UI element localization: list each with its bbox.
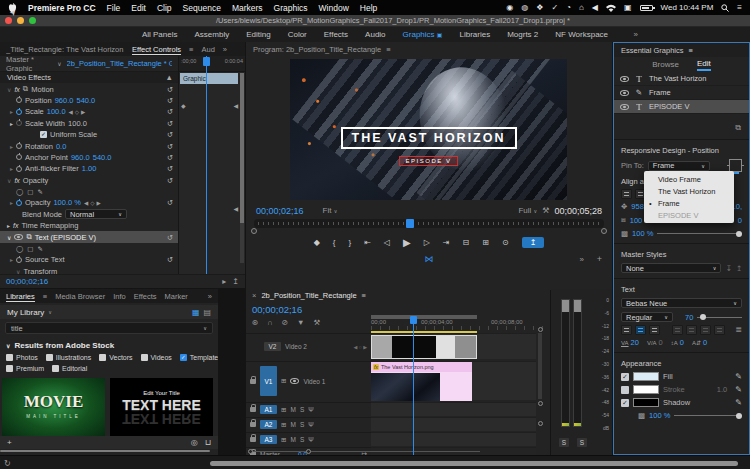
- workspace-overflow-icon[interactable]: »: [634, 30, 638, 39]
- program-playhead-handle[interactable]: [406, 219, 414, 228]
- linked-selection-icon[interactable]: ⊘: [282, 318, 288, 327]
- stopwatch-icon[interactable]: [16, 109, 22, 115]
- menu-clip[interactable]: Clip: [157, 3, 172, 13]
- reset-icon[interactable]: ↺: [167, 198, 173, 207]
- menu-file[interactable]: File: [107, 3, 121, 13]
- menu-markers[interactable]: Markers: [232, 3, 263, 13]
- chevron-down-icon[interactable]: ∨: [57, 60, 61, 67]
- list-view-icon[interactable]: ▤: [203, 308, 211, 317]
- playback-resolution-dropdown[interactable]: Full ∨: [518, 206, 537, 215]
- menu-clock[interactable]: Wed 10:44 PM: [661, 3, 714, 12]
- go-to-in-button[interactable]: ⇤: [364, 238, 371, 247]
- comparison-view-icon[interactable]: ⋈: [425, 254, 434, 264]
- export-frame-button[interactable]: ⊙: [502, 238, 509, 247]
- workspace-tab-audio[interactable]: Audio: [365, 30, 385, 39]
- tab-browse[interactable]: Browse: [652, 60, 679, 69]
- stock-template-texthere-thumbnail[interactable]: Edit Your Title TEXT HERE TEXT HERE: [110, 378, 213, 438]
- reset-icon[interactable]: ↺: [167, 164, 173, 173]
- reset-icon[interactable]: ↺: [167, 142, 173, 151]
- keyframe-nav[interactable]: ◀◇▶: [84, 200, 101, 206]
- step-back-button[interactable]: ◁: [384, 238, 390, 247]
- libraries-tab[interactable]: Libraries: [6, 291, 35, 302]
- status-volume-icon[interactable]: ◀: [592, 3, 598, 12]
- stock-template-movie-thumbnail[interactable]: MOVIE MAIN TITLE: [2, 378, 105, 438]
- solo-button[interactable]: S: [300, 406, 304, 413]
- mini-timeline-scrollbar[interactable]: [240, 73, 244, 263]
- track-v1-chip[interactable]: V1: [260, 366, 277, 396]
- button-editor-plus-icon[interactable]: +: [597, 254, 602, 264]
- keyframe-nav[interactable]: ◀◇▶: [69, 109, 86, 115]
- stroke-color-swatch[interactable]: [633, 385, 659, 394]
- status-app-icon-1[interactable]: ◉: [506, 3, 513, 12]
- workspace-tab-mogrts[interactable]: Mogrts 2: [507, 30, 538, 39]
- timeline-playhead-head[interactable]: [410, 316, 417, 324]
- source-monitor-tab[interactable]: _Title_Rectangle: The Vast Horizon.png: …: [6, 45, 124, 54]
- stopwatch-icon[interactable]: [16, 143, 22, 149]
- anchor-y-value[interactable]: 540.0: [93, 153, 112, 162]
- extract-button[interactable]: ⊞: [482, 238, 489, 247]
- master-styles-dropdown[interactable]: None∨: [621, 263, 721, 273]
- timeline-sequence-tab[interactable]: 2b_Position_Title_Rectangle: [261, 291, 356, 300]
- program-timecode[interactable]: 00;00;02;16: [256, 206, 304, 216]
- menu-graphics[interactable]: Graphics: [274, 3, 308, 13]
- pull-from-master-icon[interactable]: ↥: [736, 264, 742, 273]
- sync-status-icon[interactable]: ↻: [4, 459, 11, 468]
- app-horizontal-scrollbar[interactable]: [210, 461, 738, 466]
- reset-icon[interactable]: ↺: [167, 153, 173, 162]
- layer-row-vast-horizon[interactable]: T The Vast Horizon: [614, 72, 749, 86]
- workspace-menu-icon[interactable]: ▣: [437, 32, 443, 38]
- scroll-handle[interactable]: [538, 401, 543, 406]
- track-lane-v2[interactable]: [371, 333, 536, 359]
- play-icon[interactable]: ▸: [222, 277, 226, 286]
- text-opacity-slider[interactable]: [674, 415, 742, 416]
- mark-out-button[interactable]: }: [348, 238, 351, 247]
- panel-menu-icon[interactable]: ≡: [386, 45, 390, 54]
- library-search-input[interactable]: title: [11, 324, 23, 333]
- stock-results-header[interactable]: ∨ Results from Adobe Stock: [0, 337, 218, 352]
- chevron-down-icon[interactable]: ∨: [203, 325, 207, 331]
- rect-mask-icon[interactable]: ▢: [27, 245, 33, 253]
- mini-timeline-ruler[interactable]: :00;000:00:04: [179, 56, 245, 72]
- stroke-checkbox[interactable]: ✓: [621, 386, 629, 394]
- settings-wrench-icon[interactable]: ⚒: [542, 206, 549, 215]
- track-a1-chip[interactable]: A1: [260, 405, 277, 414]
- reset-icon[interactable]: ↺: [167, 85, 173, 94]
- filter-videos[interactable]: Videos: [141, 354, 172, 361]
- align-left-button[interactable]: [621, 189, 632, 199]
- justify-button[interactable]: [714, 325, 725, 335]
- effect-controls-timecode[interactable]: 00;00;02;16: [6, 277, 48, 286]
- ellipse-mask-icon[interactable]: ◯: [16, 245, 23, 253]
- sync-visibility-icon[interactable]: ◎: [191, 438, 198, 447]
- solo-left-button[interactable]: S: [559, 438, 569, 447]
- panel-menu-icon[interactable]: ≡: [43, 292, 47, 301]
- scroll-handle[interactable]: [538, 421, 543, 426]
- program-monitor-tab[interactable]: Program: 2b_Position_Title_Rectangle: [253, 45, 381, 54]
- layer-row-episode-v[interactable]: T EPISODE V: [614, 100, 749, 114]
- uniform-scale-checkbox[interactable]: ✓: [40, 131, 47, 138]
- menu-item-frame[interactable]: Frame: [644, 197, 734, 209]
- notification-center-icon[interactable]: ≡: [737, 3, 742, 12]
- reset-icon[interactable]: ↺: [167, 255, 173, 264]
- status-dropbox-icon[interactable]: ❖: [536, 3, 543, 12]
- push-to-master-icon[interactable]: ↧: [725, 264, 731, 273]
- rect-mask-icon[interactable]: ▢: [27, 188, 33, 196]
- libraries-scrollbar[interactable]: [0, 450, 210, 452]
- pen-mask-icon[interactable]: ✎: [37, 245, 42, 253]
- leading-value[interactable]: 0: [703, 338, 707, 347]
- font-family-dropdown[interactable]: Bebas Neue∨: [621, 298, 742, 308]
- menu-sequence[interactable]: Sequence: [183, 3, 221, 13]
- track-v2-chip[interactable]: V2: [264, 342, 281, 351]
- justify-button[interactable]: [700, 325, 711, 335]
- master-clip-label[interactable]: Master * Graphic: [6, 55, 52, 73]
- export-button[interactable]: ↥: [522, 237, 545, 248]
- tracking-value[interactable]: 20: [631, 338, 639, 347]
- effect-row-text-layer[interactable]: ∨⧉Text (EPISODE V)↺: [0, 231, 178, 242]
- stopwatch-icon[interactable]: [16, 120, 22, 126]
- battery-icon[interactable]: [640, 5, 653, 11]
- pin-to-dropdown[interactable]: Frame∨: [648, 161, 710, 171]
- snap-icon[interactable]: ∩: [267, 318, 272, 327]
- audio-clip-mixer-tab[interactable]: Aud: [201, 45, 214, 54]
- add-marker-button[interactable]: ◆: [314, 238, 320, 247]
- track-output-eye-icon[interactable]: [290, 378, 299, 384]
- slider-knob[interactable]: [736, 231, 742, 237]
